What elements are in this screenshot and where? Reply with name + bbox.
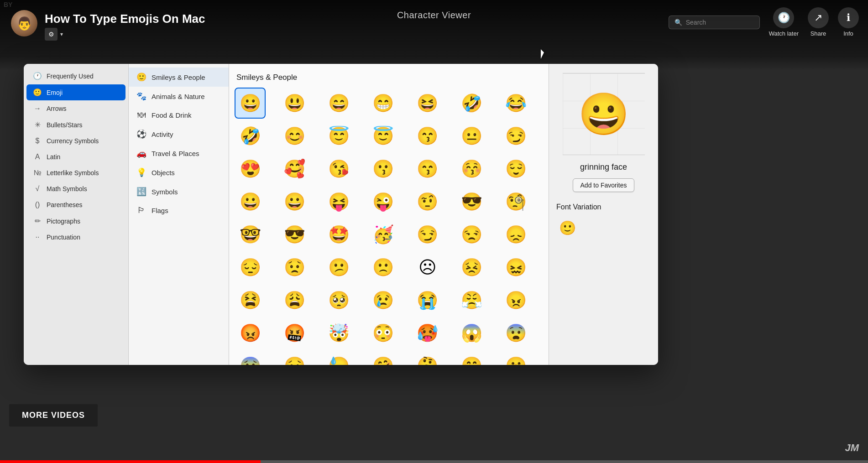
- emoji-cell[interactable]: 😨: [501, 317, 532, 349]
- emoji-cell[interactable]: 😏: [501, 120, 532, 151]
- emoji-cell[interactable]: 😎: [456, 186, 487, 217]
- avatar[interactable]: 👨: [11, 10, 37, 36]
- emoji-cell[interactable]: 😢: [367, 285, 398, 316]
- cat-icon-travel-places: 🚗: [136, 148, 147, 158]
- emoji-cell[interactable]: 😀: [279, 186, 310, 217]
- emoji-cell[interactable]: 🤣: [235, 120, 266, 151]
- category-item-symbols[interactable]: 🔣 Symbols: [129, 182, 229, 201]
- share-button[interactable]: ↗ Share: [808, 7, 829, 37]
- emoji-cell[interactable]: 😍: [235, 153, 266, 184]
- emoji-cell[interactable]: 😫: [235, 285, 266, 316]
- emoji-cell[interactable]: 😒: [456, 219, 487, 250]
- add-to-favorites-button[interactable]: Add to Favorites: [573, 178, 635, 192]
- category-item-activity[interactable]: ⚽ Activity: [129, 125, 229, 144]
- nav-label-punctuation: Punctuation: [47, 234, 80, 241]
- settings-button[interactable]: ⚙: [45, 28, 58, 41]
- emoji-cell[interactable]: 😞: [501, 219, 532, 250]
- sidebar-item-latin[interactable]: A Latin: [26, 149, 125, 165]
- category-item-food-drink[interactable]: 🍽 Food & Drink: [129, 106, 229, 125]
- emoji-cell[interactable]: 😔: [235, 252, 266, 283]
- emoji-cell[interactable]: 🤩: [323, 219, 354, 250]
- emoji-cell[interactable]: 😳: [367, 317, 398, 349]
- sidebar-item-bullets-stars[interactable]: ✳ Bullets/Stars: [26, 117, 125, 133]
- emoji-cell[interactable]: 😆: [412, 88, 443, 119]
- emoji-cell[interactable]: 😀: [235, 186, 266, 217]
- sidebar-item-punctuation[interactable]: ·· Punctuation: [26, 229, 125, 245]
- search-bar[interactable]: 🔍 Search: [669, 16, 760, 29]
- emoji-cell[interactable]: 😃: [279, 88, 310, 119]
- font-variation-item[interactable]: 🙂: [556, 217, 578, 239]
- info-button[interactable]: ℹ Info: [838, 7, 859, 37]
- emoji-cell[interactable]: 😁: [367, 88, 398, 119]
- emoji-cell[interactable]: 🤭: [456, 350, 487, 365]
- sidebar-item-frequently-used[interactable]: 🕐 Frequently Used: [26, 68, 125, 84]
- emoji-cell[interactable]: 🥰: [279, 153, 310, 184]
- watch-later-button[interactable]: 🕐 Watch later: [769, 7, 799, 37]
- sidebar-item-math-symbols[interactable]: √ Math Symbols: [26, 181, 125, 197]
- category-item-objects[interactable]: 💡 Objects: [129, 163, 229, 182]
- sidebar-item-letterlike-symbols[interactable]: № Letterlike Symbols: [26, 165, 125, 181]
- emoji-cell[interactable]: 😙: [412, 153, 443, 184]
- emoji-cell[interactable]: 😭: [412, 285, 443, 316]
- emoji-cell[interactable]: 🧐: [501, 186, 532, 217]
- emoji-cell[interactable]: 😘: [323, 153, 354, 184]
- emoji-cell[interactable]: 😀: [235, 88, 266, 119]
- emoji-cell[interactable]: 😩: [279, 285, 310, 316]
- emoji-cell[interactable]: 😝: [323, 186, 354, 217]
- emoji-cell[interactable]: 🤔: [412, 350, 443, 365]
- category-item-travel-places[interactable]: 🚗 Travel & Places: [129, 144, 229, 163]
- emoji-cell[interactable]: 😤: [456, 285, 487, 316]
- emoji-cell[interactable]: 🤨: [412, 186, 443, 217]
- emoji-cell[interactable]: 😙: [412, 120, 443, 151]
- emoji-cell[interactable]: 😏: [412, 219, 443, 250]
- category-item-flags[interactable]: 🏳 Flags: [129, 201, 229, 220]
- emoji-cell[interactable]: 😡: [235, 317, 266, 349]
- emoji-cell[interactable]: 😖: [501, 252, 532, 283]
- emoji-cell[interactable]: 🙁: [367, 252, 398, 283]
- emoji-cell[interactable]: 😣: [456, 252, 487, 283]
- emoji-cell[interactable]: 🤬: [279, 317, 310, 349]
- emoji-cell[interactable]: 😰: [235, 350, 266, 365]
- nav-icon-arrows: →: [33, 104, 42, 113]
- sidebar-item-pictographs[interactable]: ✏ Pictographs: [26, 213, 125, 229]
- emoji-cell[interactable]: 😜: [367, 186, 398, 217]
- emoji-cell[interactable]: 😚: [456, 153, 487, 184]
- nav-icon-latin: A: [33, 153, 42, 161]
- emoji-cell[interactable]: 😂: [501, 88, 532, 119]
- emoji-cell[interactable]: 🤗: [367, 350, 398, 365]
- emoji-cell[interactable]: 😟: [279, 252, 310, 283]
- sidebar-item-parentheses[interactable]: () Parentheses: [26, 197, 125, 213]
- chevron-down-icon: ▾: [60, 31, 63, 37]
- emoji-cell[interactable]: 🤓: [235, 219, 266, 250]
- nav-label-latin: Latin: [47, 153, 60, 161]
- emoji-cell[interactable]: 😠: [501, 285, 532, 316]
- search-icon: 🔍: [675, 19, 682, 26]
- emoji-cell[interactable]: 😕: [323, 252, 354, 283]
- progress-bar[interactable]: [0, 460, 868, 463]
- emoji-cell[interactable]: 😐: [456, 120, 487, 151]
- emoji-cell[interactable]: 😓: [323, 350, 354, 365]
- sidebar-item-arrows[interactable]: → Arrows: [26, 101, 125, 116]
- category-item-smileys-people[interactable]: 🙂 Smileys & People: [129, 68, 229, 87]
- emoji-cell[interactable]: ☹: [412, 252, 443, 283]
- emoji-cell[interactable]: 😌: [501, 153, 532, 184]
- emoji-cell[interactable]: 🥵: [412, 317, 443, 349]
- emoji-cell[interactable]: 😇: [323, 120, 354, 151]
- emoji-cell[interactable]: 😇: [367, 120, 398, 151]
- top-right-controls: 🔍 Search 🕐 Watch later ↗ Share ℹ Info: [669, 7, 859, 37]
- emoji-cell[interactable]: 😱: [456, 317, 487, 349]
- emoji-cell[interactable]: 🥳: [367, 219, 398, 250]
- emoji-cell[interactable]: 😄: [323, 88, 354, 119]
- emoji-cell[interactable]: 🤫: [501, 350, 532, 365]
- emoji-cell[interactable]: 🤯: [323, 317, 354, 349]
- emoji-cell[interactable]: 😥: [279, 350, 310, 365]
- emoji-cell[interactable]: 🥺: [323, 285, 354, 316]
- category-item-animals-nature[interactable]: 🐾 Animals & Nature: [129, 87, 229, 106]
- emoji-cell[interactable]: 😗: [367, 153, 398, 184]
- emoji-cell[interactable]: 😊: [279, 120, 310, 151]
- sidebar-item-currency-symbols[interactable]: $ Currency Symbols: [26, 133, 125, 149]
- emoji-cell[interactable]: 😎: [279, 219, 310, 250]
- sidebar-item-emoji[interactable]: 🙂 Emoji: [26, 84, 125, 100]
- more-videos-button[interactable]: MORE VIDEOS: [9, 404, 98, 427]
- emoji-cell[interactable]: 🤣: [456, 88, 487, 119]
